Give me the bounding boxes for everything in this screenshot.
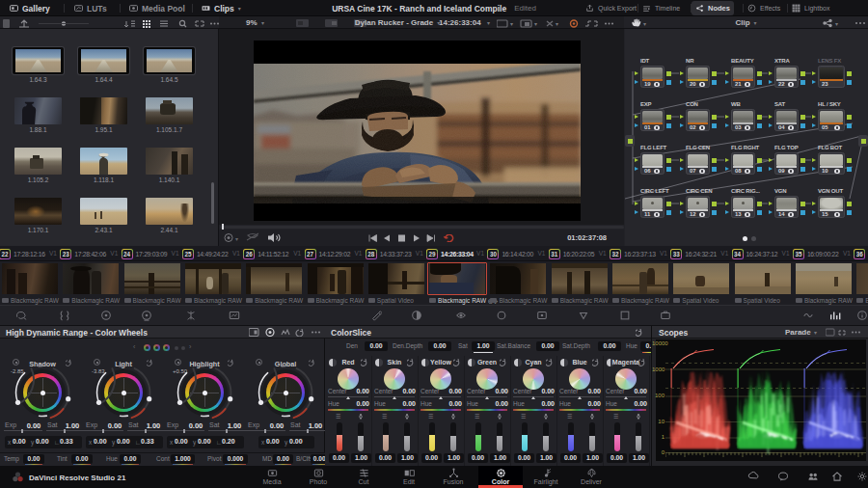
svg-text:▾: ▾ xyxy=(534,21,537,27)
svg-text:▾: ▾ xyxy=(235,236,238,242)
svg-text:▾: ▾ xyxy=(556,21,558,27)
svg-text:▾: ▾ xyxy=(510,21,513,27)
svg-text:▾: ▾ xyxy=(835,21,838,27)
